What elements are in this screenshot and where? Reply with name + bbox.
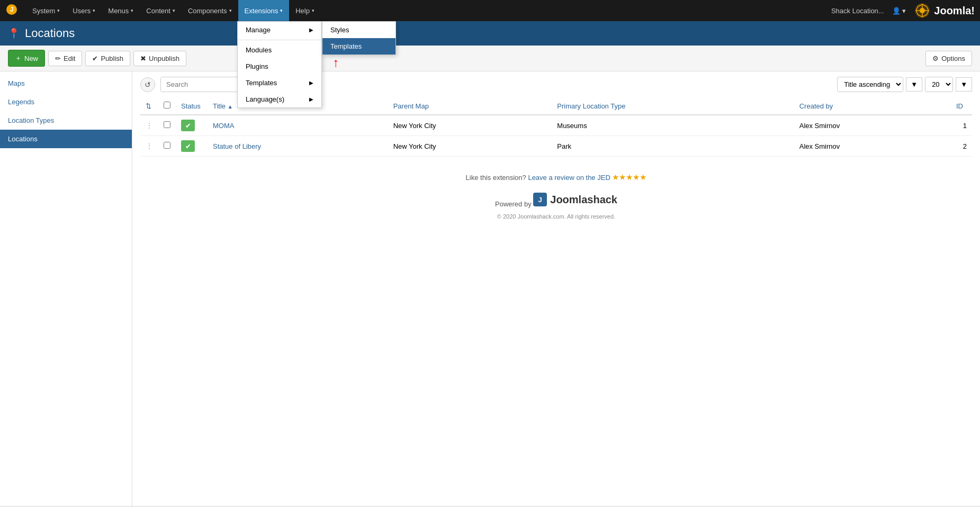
nav-item-users[interactable]: Users ▾ bbox=[66, 0, 102, 21]
submenu-item-templates[interactable]: Templates bbox=[322, 38, 395, 55]
nav-menu: System ▾ Users ▾ Menus ▾ Content ▾ Compo… bbox=[26, 0, 831, 21]
chevron-down-icon: ▾ bbox=[93, 8, 95, 13]
sidebar-item-maps[interactable]: Maps bbox=[0, 74, 132, 93]
nav-item-menus[interactable]: Menus ▾ bbox=[102, 0, 140, 21]
copyright-text: © 2020 Joomlashack.com. All rights reser… bbox=[140, 213, 972, 225]
col-header-id[interactable]: ID bbox=[951, 97, 972, 115]
location-title-link[interactable]: MOMA bbox=[213, 122, 234, 130]
submenu-item-styles[interactable]: Styles bbox=[322, 22, 395, 38]
joomla-logo: Joomla! bbox=[914, 2, 975, 19]
joomla-brand-icon[interactable]: J bbox=[5, 3, 18, 19]
sidebar-item-legends[interactable]: Legends bbox=[0, 93, 132, 111]
publish-button[interactable]: ✔ Publish bbox=[85, 51, 130, 66]
pin-icon: 📍 bbox=[8, 28, 20, 39]
dropdown-item-plugins[interactable]: Plugins bbox=[238, 58, 321, 75]
sidebar-item-locations[interactable]: Locations bbox=[0, 130, 132, 148]
col-header-status[interactable]: Status bbox=[176, 97, 208, 115]
options-button[interactable]: ⚙ Options bbox=[925, 51, 972, 66]
new-button[interactable]: ＋ New bbox=[8, 50, 45, 67]
plus-icon: ＋ bbox=[15, 53, 22, 63]
filter-right: Title ascending ▼ 20 ▼ bbox=[837, 77, 972, 92]
sort-direction-button[interactable]: ▼ bbox=[906, 77, 922, 92]
id-cell: 1 bbox=[951, 115, 972, 136]
drag-handle[interactable]: ⋮ bbox=[140, 115, 158, 136]
row-checkbox[interactable] bbox=[164, 121, 170, 128]
parent-map-cell: New York City bbox=[388, 115, 552, 136]
navbar-right: Shack Location... 👤 ▾ Joomla! bbox=[831, 2, 975, 19]
table-row: ⋮ ✔ Statue of Libery New York City Park … bbox=[140, 136, 972, 157]
col-header-parent[interactable]: Parent Map bbox=[388, 97, 552, 115]
joomlashack-logo: J Joomlashack bbox=[533, 193, 617, 206]
location-title-link[interactable]: Statue of Libery bbox=[213, 142, 261, 150]
status-cell: ✔ bbox=[176, 136, 208, 157]
star-rating: ★★★★★ bbox=[612, 173, 646, 182]
svg-text:J: J bbox=[10, 6, 14, 13]
svg-point-3 bbox=[920, 8, 925, 13]
nav-item-system[interactable]: System ▾ bbox=[26, 0, 66, 21]
nav-item-help[interactable]: Help ▾ bbox=[289, 0, 321, 21]
jed-review-link[interactable]: Leave a review on the JED bbox=[528, 174, 612, 182]
extensions-dropdown-menu: Manage ▶ Modules Plugins Templates ▶ Lan… bbox=[237, 21, 322, 108]
parent-map-cell: New York City bbox=[388, 136, 552, 157]
primary-type-cell: Park bbox=[552, 136, 794, 157]
check-icon: ✔ bbox=[92, 55, 98, 62]
unpublish-button[interactable]: ✖ Unpublish bbox=[133, 51, 186, 66]
chevron-down-icon: ▾ bbox=[280, 8, 283, 13]
table-row: ⋮ ✔ MOMA New York City Museums Alex Smir… bbox=[140, 115, 972, 136]
select-all-checkbox[interactable] bbox=[164, 102, 170, 108]
status-badge[interactable]: ✔ bbox=[181, 120, 195, 131]
sidebar: Maps Legends Location Types Locations bbox=[0, 71, 132, 506]
footer-message: Like this extension? Leave a review on t… bbox=[140, 157, 972, 187]
row-checkbox-cell bbox=[158, 136, 176, 157]
sidebar-item-location-types[interactable]: Location Types bbox=[0, 111, 132, 130]
row-checkbox[interactable] bbox=[164, 142, 170, 149]
chevron-down-icon: ▾ bbox=[131, 8, 133, 13]
chevron-down-icon: ▾ bbox=[312, 8, 314, 13]
page-title: Locations bbox=[25, 26, 75, 40]
user-icon[interactable]: 👤 ▾ bbox=[892, 7, 906, 15]
edit-icon: ✏ bbox=[55, 55, 61, 62]
created-by-cell: Alex Smirnov bbox=[794, 115, 951, 136]
per-page-select[interactable]: 20 bbox=[925, 77, 953, 92]
refresh-button[interactable]: ↺ bbox=[140, 77, 155, 92]
col-header-created[interactable]: Created by bbox=[794, 97, 951, 115]
toolbar: ＋ New ✏ Edit ✔ Publish ✖ Unpublish ⚙ Opt… bbox=[0, 46, 980, 71]
page-header: 📍 Locations bbox=[0, 21, 980, 46]
site-name: Shack Location... bbox=[831, 7, 884, 15]
content-area: Maps Legends Location Types Locations ↺ … bbox=[0, 71, 980, 506]
nav-item-extensions[interactable]: Extensions ▾ bbox=[238, 0, 290, 21]
footer-powered: Powered by J Joomlashack bbox=[140, 187, 972, 213]
id-cell: 2 bbox=[951, 136, 972, 157]
table-body: ⋮ ✔ MOMA New York City Museums Alex Smir… bbox=[140, 115, 972, 157]
row-checkbox-cell bbox=[158, 115, 176, 136]
chevron-down-icon: ▾ bbox=[57, 8, 60, 13]
sort-select[interactable]: Title ascending bbox=[837, 77, 903, 92]
per-page-direction-button[interactable]: ▼ bbox=[956, 77, 972, 92]
dropdown-item-templates[interactable]: Templates ▶ bbox=[238, 75, 321, 91]
navbar: J System ▾ Users ▾ Menus ▾ Content ▾ Com… bbox=[0, 0, 980, 21]
dropdown-item-manage[interactable]: Manage ▶ bbox=[238, 22, 321, 38]
svg-text:J: J bbox=[538, 196, 542, 204]
col-header-type[interactable]: Primary Location Type bbox=[552, 97, 794, 115]
drag-handle[interactable]: ⋮ bbox=[140, 136, 158, 157]
dropdown-item-languages[interactable]: Language(s) ▶ bbox=[238, 91, 321, 107]
chevron-right-icon: ▶ bbox=[309, 80, 313, 86]
col-header-order: ⇅ bbox=[140, 97, 158, 115]
dropdown-item-modules[interactable]: Modules bbox=[238, 42, 321, 58]
status-badge[interactable]: ✔ bbox=[181, 140, 195, 152]
title-cell: Statue of Libery bbox=[208, 136, 388, 157]
nav-item-content[interactable]: Content ▾ bbox=[140, 0, 182, 21]
x-icon: ✖ bbox=[140, 55, 146, 62]
col-header-check bbox=[158, 97, 176, 115]
edit-button[interactable]: ✏ Edit bbox=[48, 51, 82, 66]
chevron-down-icon: ▾ bbox=[173, 8, 175, 13]
main-content: ↺ 🔍 Title ascending ▼ 20 ▼ bbox=[132, 71, 980, 506]
nav-item-components[interactable]: Components ▾ bbox=[182, 0, 238, 21]
chevron-down-icon: ▾ bbox=[229, 8, 232, 13]
status-cell: ✔ bbox=[176, 115, 208, 136]
red-arrow-indicator: ↓ bbox=[332, 57, 339, 72]
title-cell: MOMA bbox=[208, 115, 388, 136]
primary-type-cell: Museums bbox=[552, 115, 794, 136]
gear-icon: ⚙ bbox=[932, 55, 939, 62]
chevron-right-icon: ▶ bbox=[309, 96, 313, 102]
